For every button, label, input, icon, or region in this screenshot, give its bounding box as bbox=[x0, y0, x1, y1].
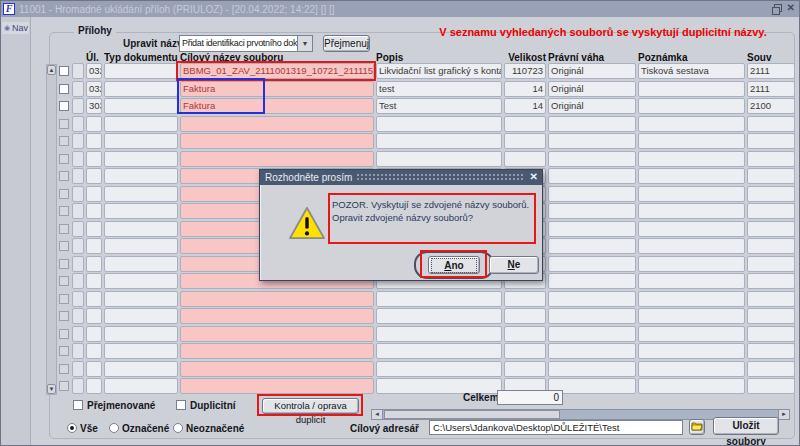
row-checkbox[interactable] bbox=[59, 84, 69, 94]
nav-label: Nav bbox=[12, 23, 28, 33]
row-checkbox bbox=[59, 311, 69, 321]
filter-marked-radio[interactable] bbox=[109, 423, 119, 433]
window-title: 11001 - Hromadné ukládání příloh (PRIULO… bbox=[19, 4, 335, 15]
cell-description: Test bbox=[376, 98, 502, 114]
cell-related bbox=[747, 203, 795, 219]
col-header-doc-type: Typ dokumentu bbox=[104, 52, 178, 63]
cell-related: 2111 bbox=[747, 63, 795, 79]
nav-bullet-icon: ◉ bbox=[4, 24, 10, 32]
cell-legal-weight bbox=[548, 238, 636, 254]
cell-target-name bbox=[180, 343, 374, 359]
cell-note bbox=[638, 326, 745, 342]
rename-mode-select[interactable]: Přidat identifikaci prvotního dokladu ▼ bbox=[179, 35, 313, 52]
dialog-close-icon[interactable]: ✕ bbox=[530, 171, 538, 182]
cell-size: 14 bbox=[504, 81, 546, 97]
row-checkbox[interactable] bbox=[59, 66, 69, 76]
cell-note: Tisková sestava bbox=[638, 63, 745, 79]
row-checkbox bbox=[59, 154, 69, 164]
cell-target-name bbox=[180, 361, 374, 377]
cell-doc-type bbox=[104, 221, 178, 237]
cell-size bbox=[504, 151, 546, 167]
browse-folder-button[interactable] bbox=[689, 419, 705, 435]
row-checkbox[interactable] bbox=[59, 101, 69, 111]
rename-mode-value: Přidat identifikaci prvotního dokladu bbox=[180, 36, 297, 51]
dialog-message: POZOR. Vyskytují se zdvojené názvy soubo… bbox=[332, 198, 531, 242]
table-row bbox=[58, 116, 795, 134]
rename-button[interactable]: Přejmenuj bbox=[323, 35, 370, 52]
cell-doc-type bbox=[104, 291, 178, 307]
cell-note bbox=[638, 116, 745, 132]
app-logo-icon: F bbox=[3, 3, 15, 15]
cell-legal-weight bbox=[548, 221, 636, 237]
cell-related bbox=[747, 256, 795, 272]
row-indicator bbox=[72, 343, 84, 359]
total-field: 0 bbox=[497, 390, 563, 405]
cell-related bbox=[747, 326, 795, 342]
no-button[interactable]: Ne bbox=[489, 256, 539, 274]
cell-related bbox=[747, 168, 795, 184]
scroll-down-icon[interactable]: ▼ bbox=[47, 384, 56, 394]
cell-doc-type bbox=[104, 326, 178, 342]
cell-doc-type bbox=[104, 361, 178, 377]
row-checkbox bbox=[59, 276, 69, 286]
cell-ul bbox=[86, 168, 102, 184]
table-row bbox=[58, 361, 795, 379]
yes-button[interactable]: Ano bbox=[428, 256, 480, 274]
dialog-titlebar: Rozhodněte prosím ✕ bbox=[260, 170, 542, 185]
filter-marked-label: Označené bbox=[122, 423, 169, 434]
filter-all-radio[interactable] bbox=[67, 423, 77, 433]
chevron-down-icon[interactable]: ▼ bbox=[297, 36, 312, 51]
row-indicator bbox=[72, 81, 84, 97]
cell-note bbox=[638, 133, 745, 149]
scroll-up-icon[interactable]: ▲ bbox=[47, 65, 56, 75]
cell-target-name: Faktura bbox=[180, 98, 374, 114]
cell-doc-type bbox=[104, 133, 178, 149]
scrollbar-thumb[interactable] bbox=[384, 410, 560, 419]
scroll-right-icon[interactable]: ► bbox=[778, 410, 789, 419]
cell-related bbox=[747, 308, 795, 324]
cell-related bbox=[747, 378, 795, 394]
scroll-left-icon[interactable]: ◄ bbox=[372, 410, 383, 419]
cell-description bbox=[376, 291, 502, 307]
cell-doc-type bbox=[104, 168, 178, 184]
check-duplicates-button[interactable]: Kontrola / oprava duplicit bbox=[262, 398, 359, 414]
cell-note bbox=[638, 343, 745, 359]
row-indicator bbox=[72, 186, 84, 202]
cell-note bbox=[638, 273, 745, 289]
cell-doc-type bbox=[104, 256, 178, 272]
col-header-ul: Úl. bbox=[86, 52, 99, 63]
cell-size bbox=[504, 308, 546, 324]
table-row bbox=[58, 291, 795, 309]
row-indicator bbox=[72, 151, 84, 167]
cell-size: 14 bbox=[504, 98, 546, 114]
cell-note bbox=[638, 203, 745, 219]
row-indicator bbox=[72, 168, 84, 184]
duplicate-checkbox[interactable] bbox=[176, 400, 186, 410]
table-row bbox=[58, 151, 795, 169]
row-checkbox bbox=[59, 136, 69, 146]
target-dir-input[interactable]: C:\Users\Jdankova\Desktop\DŮLEŽITÉ\Test bbox=[429, 420, 683, 435]
cell-doc-type bbox=[104, 151, 178, 167]
cell-note bbox=[638, 361, 745, 377]
cell-target-name bbox=[180, 151, 374, 167]
filter-unmarked-radio[interactable] bbox=[173, 423, 183, 433]
close-window-icon[interactable]: ✕ bbox=[787, 3, 795, 13]
row-checkbox bbox=[59, 259, 69, 269]
cell-ul bbox=[86, 308, 102, 324]
cell-ul bbox=[86, 343, 102, 359]
filter-all-label: Vše bbox=[80, 423, 98, 434]
cell-size bbox=[504, 343, 546, 359]
restore-window-icon[interactable] bbox=[772, 4, 781, 13]
table-vertical-scrollbar[interactable]: ▲ ▼ bbox=[46, 64, 57, 395]
cell-size bbox=[504, 326, 546, 342]
cell-size bbox=[504, 291, 546, 307]
row-checkbox bbox=[59, 119, 69, 129]
renamed-checkbox[interactable] bbox=[73, 400, 83, 410]
cell-ul bbox=[86, 221, 102, 237]
sidebar-item-nav[interactable]: ◉ Nav bbox=[2, 22, 29, 34]
renamed-checkbox-label: Přejmenované bbox=[87, 400, 155, 411]
row-indicator bbox=[72, 273, 84, 289]
filter-unmarked-label: Neoznačené bbox=[186, 423, 244, 434]
cell-legal-weight: Originál bbox=[548, 63, 636, 79]
save-files-button[interactable]: Uložit soubory bbox=[713, 417, 779, 435]
